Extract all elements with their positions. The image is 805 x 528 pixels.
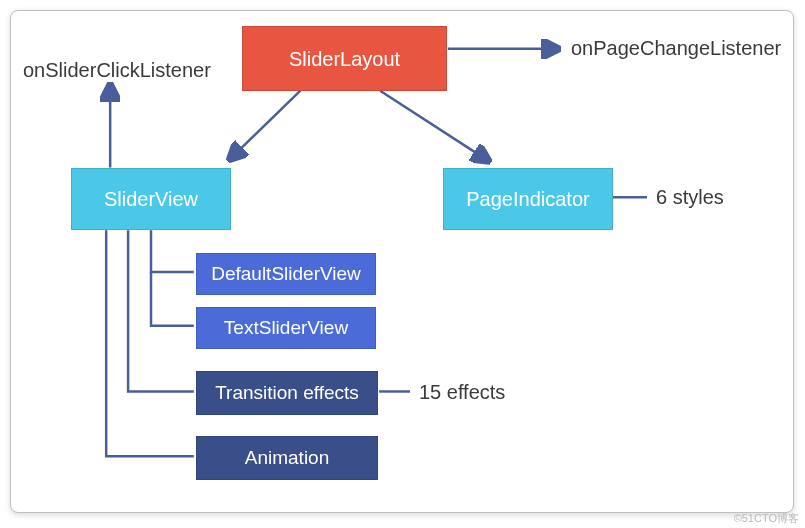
node-transition-effects: Transition effects xyxy=(196,371,378,415)
node-text-slider-view: TextSliderView xyxy=(196,307,376,349)
label-on-slider-click-listener: onSliderClickListener xyxy=(23,59,211,82)
label-15-effects: 15 effects xyxy=(419,381,505,404)
node-slider-layout: SliderLayout xyxy=(242,26,447,91)
label-on-page-change-listener: onPageChangeListener xyxy=(571,37,781,60)
watermark: ©51CTO博客 xyxy=(734,511,799,526)
node-slider-view: SliderView xyxy=(71,168,231,230)
label-6-styles: 6 styles xyxy=(656,186,724,209)
diagram-frame: SliderLayout SliderView PageIndicator De… xyxy=(10,10,794,513)
node-page-indicator: PageIndicator xyxy=(443,168,613,230)
edge-sliderview-text xyxy=(151,272,194,326)
edge-layout-to-pageindicator xyxy=(380,91,488,161)
edge-sliderview-default xyxy=(151,230,194,272)
node-animation: Animation xyxy=(196,436,378,480)
node-default-slider-view: DefaultSliderView xyxy=(196,253,376,295)
edge-layout-to-sliderview xyxy=(231,91,301,159)
edge-sliderview-transition xyxy=(128,230,194,391)
